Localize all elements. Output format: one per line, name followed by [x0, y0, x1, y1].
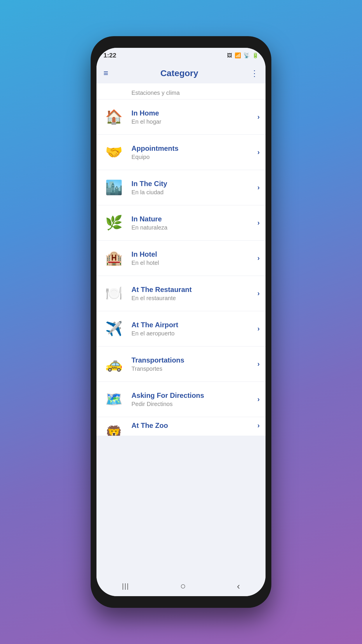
- category-arrow-in-hotel: ›: [257, 254, 260, 262]
- category-item-appointments[interactable]: 🤝 Appointments Equipo ›: [96, 135, 266, 170]
- nav-back-button[interactable]: ‹: [237, 581, 240, 592]
- category-arrow-asking-for-directions: ›: [257, 395, 260, 403]
- category-text-appointments: Appointments Equipo: [131, 144, 257, 160]
- category-icon-appointments: 🤝: [102, 141, 126, 164]
- category-arrow-at-the-zoo: ›: [257, 421, 260, 430]
- image-icon: 🖼: [227, 52, 232, 59]
- category-text-in-the-city: In The City En la ciudad: [131, 180, 257, 196]
- category-title-in-nature: In Nature: [131, 215, 257, 223]
- category-item-at-the-zoo[interactable]: 🦁 At The Zoo ›: [96, 417, 266, 436]
- category-subtitle-in-nature: En naturaleza: [131, 224, 257, 231]
- category-icon-at-the-airport: ✈️: [102, 317, 126, 340]
- category-icon-at-the-zoo: 🦁: [102, 421, 126, 436]
- category-arrow-in-nature: ›: [257, 219, 260, 227]
- category-item-in-hotel[interactable]: 🏨 In Hotel En el hotel ›: [96, 241, 266, 276]
- category-items-container: 🏠 In Home En el hogar › 🤝 Appointments E…: [96, 99, 266, 436]
- category-icon-in-the-city: 🏙️: [102, 176, 126, 199]
- category-title-in-the-city: In The City: [131, 180, 257, 188]
- category-text-at-the-airport: At The Airport En el aeropuerto: [131, 321, 257, 337]
- category-title-in-hotel: In Hotel: [131, 250, 257, 258]
- category-title-in-home: In Home: [131, 109, 257, 117]
- category-icon-asking-for-directions: 🗺️: [102, 388, 126, 411]
- category-arrow-in-home: ›: [257, 113, 260, 121]
- category-text-at-the-restaurant: At The Restaurant En el restaurante: [131, 286, 257, 302]
- category-icon-at-the-restaurant: 🍽️: [102, 282, 126, 305]
- category-arrow-appointments: ›: [257, 148, 260, 156]
- bottom-nav: ||| ○ ‹: [96, 576, 266, 596]
- category-subtitle-at-the-airport: En el aeropuerto: [131, 330, 257, 337]
- category-item-transportations[interactable]: 🚕 Transportations Transportes ›: [96, 346, 266, 382]
- status-bar: 1:22 🖼 📶 📡 🔋: [96, 48, 266, 63]
- status-time: 1:22: [103, 52, 116, 59]
- battery-icon: 🔋: [252, 52, 259, 59]
- more-options-icon[interactable]: ⋮: [250, 69, 259, 78]
- category-icon-in-home: 🏠: [102, 105, 126, 129]
- category-title-asking-for-directions: Asking For Directions: [131, 391, 257, 400]
- page-title: Category: [160, 68, 198, 78]
- category-title-at-the-zoo: At The Zoo: [131, 421, 257, 430]
- category-subtitle-in-home: En el hogar: [131, 118, 257, 125]
- category-arrow-in-the-city: ›: [257, 183, 260, 192]
- signal-icon: 📡: [243, 52, 250, 59]
- wifi-icon: 📶: [235, 52, 241, 59]
- category-subtitle-asking-for-directions: Pedir Directinos: [131, 401, 257, 407]
- category-title-appointments: Appointments: [131, 144, 257, 153]
- category-text-in-hotel: In Hotel En el hotel: [131, 250, 257, 266]
- category-subtitle-in-hotel: En el hotel: [131, 260, 257, 266]
- category-item-in-nature[interactable]: 🌿 In Nature En naturaleza ›: [96, 205, 266, 241]
- category-text-in-home: In Home En el hogar: [131, 109, 257, 125]
- category-list: Estaciones y clima 🏠 In Home En el hogar…: [96, 83, 266, 576]
- category-arrow-transportations: ›: [257, 360, 260, 368]
- nav-home-button[interactable]: ○: [180, 581, 186, 592]
- category-subtitle-transportations: Transportes: [131, 365, 257, 372]
- category-subtitle-appointments: Equipo: [131, 154, 257, 160]
- category-item-in-the-city[interactable]: 🏙️ In The City En la ciudad ›: [96, 170, 266, 205]
- phone-inner: 1:22 🖼 📶 📡 🔋 ≡ Category ⋮ Estaciones y c…: [96, 48, 266, 596]
- phone-frame: 1:22 🖼 📶 📡 🔋 ≡ Category ⋮ Estaciones y c…: [91, 36, 271, 608]
- status-icons: 🖼 📶 📡 🔋: [227, 52, 259, 59]
- category-icon-transportations: 🚕: [102, 352, 126, 376]
- category-subtitle-at-the-restaurant: En el restaurante: [131, 295, 257, 302]
- category-title-at-the-restaurant: At The Restaurant: [131, 286, 257, 294]
- category-item-in-home[interactable]: 🏠 In Home En el hogar ›: [96, 99, 266, 135]
- app-header: ≡ Category ⋮: [96, 63, 266, 83]
- menu-icon[interactable]: ≡: [103, 69, 108, 78]
- category-text-transportations: Transportations Transportes: [131, 356, 257, 372]
- partial-item[interactable]: Estaciones y clima: [96, 83, 266, 99]
- category-title-at-the-airport: At The Airport: [131, 321, 257, 329]
- category-text-at-the-zoo: At The Zoo: [131, 421, 257, 431]
- category-text-in-nature: In Nature En naturaleza: [131, 215, 257, 231]
- category-item-asking-for-directions[interactable]: 🗺️ Asking For Directions Pedir Directino…: [96, 382, 266, 417]
- category-icon-in-nature: 🌿: [102, 211, 126, 235]
- screen: 1:22 🖼 📶 📡 🔋 ≡ Category ⋮ Estaciones y c…: [96, 48, 266, 596]
- partial-item-subtitle: Estaciones y clima: [131, 90, 180, 96]
- category-arrow-at-the-restaurant: ›: [257, 289, 260, 298]
- category-subtitle-in-the-city: En la ciudad: [131, 189, 257, 196]
- category-arrow-at-the-airport: ›: [257, 325, 260, 333]
- category-item-at-the-airport[interactable]: ✈️ At The Airport En el aeropuerto ›: [96, 311, 266, 346]
- category-text-asking-for-directions: Asking For Directions Pedir Directinos: [131, 391, 257, 407]
- category-item-at-the-restaurant[interactable]: 🍽️ At The Restaurant En el restaurante ›: [96, 276, 266, 311]
- category-title-transportations: Transportations: [131, 356, 257, 364]
- category-icon-in-hotel: 🏨: [102, 246, 126, 270]
- nav-menu-button[interactable]: |||: [122, 582, 129, 590]
